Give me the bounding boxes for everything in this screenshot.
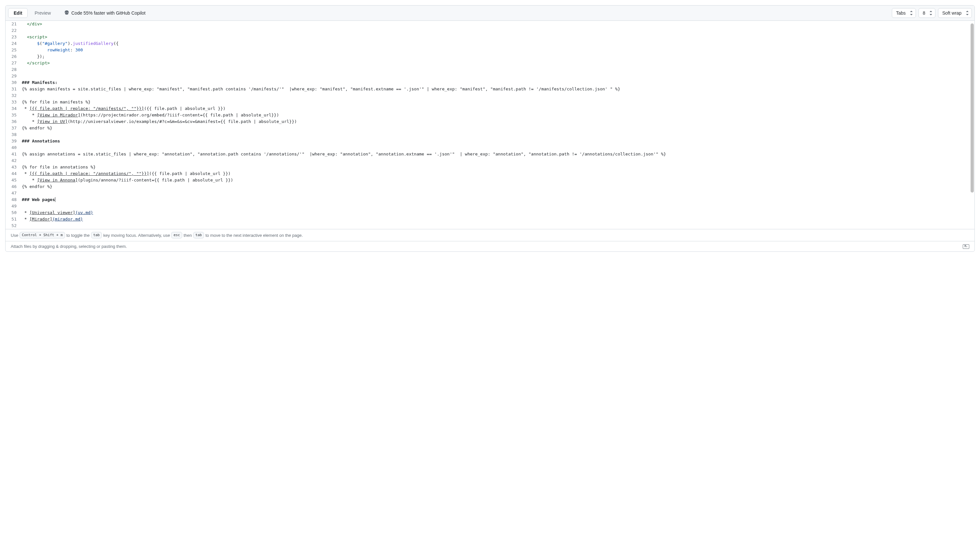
tab-preview[interactable]: Preview	[29, 8, 56, 18]
code-line[interactable]: 36 * [View in UV](http://universalviewer…	[6, 118, 974, 125]
line-number: 32	[6, 92, 22, 99]
code-content[interactable]: * [{{ file.path | replace: "/manifests/"…	[22, 105, 974, 112]
code-line[interactable]: 23 <script>	[6, 34, 974, 40]
file-editor-container: Edit Preview Code 55% faster with GitHub…	[5, 5, 975, 252]
line-number: 26	[6, 53, 22, 60]
help-text: Use	[11, 233, 18, 238]
code-line[interactable]: 51 * [Mirador](mirador.md)	[6, 216, 974, 222]
indent-size-select[interactable]: 8	[918, 8, 935, 18]
code-line[interactable]: 32	[6, 92, 974, 99]
code-line[interactable]: 35 * [View in Mirador](https://projectmi…	[6, 112, 974, 118]
code-line[interactable]: 33{% for file in manifests %}	[6, 99, 974, 105]
code-content[interactable]: * [View in UV](http://universalviewer.io…	[22, 118, 974, 125]
code-line[interactable]: 22	[6, 27, 974, 34]
code-content[interactable]: * [{{ file.path | replace: "/annotations…	[22, 170, 974, 177]
code-line[interactable]: 50 * [Universal viewer](uv.md)	[6, 209, 974, 216]
code-line[interactable]: 49	[6, 203, 974, 209]
line-number: 44	[6, 170, 22, 177]
code-content[interactable]: });	[22, 53, 974, 60]
help-text: to toggle the	[66, 233, 90, 238]
code-line[interactable]: 21 </div>	[6, 21, 974, 27]
kbd-esc: esc	[171, 232, 182, 238]
code-content[interactable]: * [View in Annona](plugins/annona/?iiif-…	[22, 177, 974, 184]
tab-edit[interactable]: Edit	[8, 8, 28, 18]
copilot-hint[interactable]: Code 55% faster with GitHub Copilot	[64, 10, 145, 16]
code-line[interactable]: 31{% assign manifests = site.static_file…	[6, 86, 974, 92]
code-line[interactable]: 39### Annotations	[6, 138, 974, 144]
code-line[interactable]: 34 * [{{ file.path | replace: "/manifest…	[6, 105, 974, 112]
editor-toolbar: Edit Preview Code 55% faster with GitHub…	[6, 6, 974, 21]
code-line[interactable]: 46{% endfor %}	[6, 184, 974, 190]
code-line[interactable]: 40	[6, 144, 974, 151]
code-content[interactable]: </div>	[22, 21, 974, 27]
indent-mode-select-wrap: Tabs	[892, 8, 916, 18]
kbd-tab: tab	[193, 232, 204, 238]
code-content[interactable]: {% endfor %}	[22, 184, 974, 190]
editor-right-controls: Tabs 8 Soft wrap	[892, 8, 972, 18]
code-line[interactable]: 29	[6, 73, 974, 79]
code-content[interactable]: rowHeight: 300	[22, 47, 974, 53]
code-line[interactable]: 27 </script>	[6, 60, 974, 67]
code-line[interactable]: 37{% endfor %}	[6, 125, 974, 132]
line-number: 41	[6, 151, 22, 157]
code-content[interactable]: {% for file in annotations %}	[22, 164, 974, 170]
code-line[interactable]: 43{% for file in annotations %}	[6, 164, 974, 170]
line-number: 48	[6, 197, 22, 203]
vertical-scrollbar[interactable]	[970, 21, 974, 229]
line-number: 21	[6, 21, 22, 27]
code-line[interactable]: 44 * [{{ file.path | replace: "/annotati…	[6, 170, 974, 177]
code-line[interactable]: 30### Manifests:	[6, 79, 974, 86]
line-number: 27	[6, 60, 22, 67]
code-content[interactable]: * [Universal viewer](uv.md)	[22, 209, 974, 216]
line-number: 23	[6, 34, 22, 40]
indent-size-select-wrap: 8	[918, 8, 935, 18]
code-line[interactable]: 28	[6, 67, 974, 73]
code-content[interactable]: * [View in Mirador](https://projectmirad…	[22, 112, 974, 118]
code-content[interactable]: {% endfor %}	[22, 125, 974, 132]
code-content[interactable]: </script>	[22, 60, 974, 67]
line-number: 29	[6, 73, 22, 79]
code-line[interactable]: 42	[6, 157, 974, 164]
line-number: 37	[6, 125, 22, 132]
code-line[interactable]: 41{% assign annotations = site.static_fi…	[6, 151, 974, 157]
wrap-mode-select-wrap: Soft wrap	[938, 8, 972, 18]
line-number: 40	[6, 144, 22, 151]
code-line[interactable]: 38	[6, 132, 974, 138]
line-number: 31	[6, 86, 22, 92]
line-number: 28	[6, 67, 22, 73]
code-content[interactable]: ### Web pages	[22, 197, 974, 203]
line-number: 43	[6, 164, 22, 170]
line-number: 33	[6, 99, 22, 105]
line-number: 34	[6, 105, 22, 112]
code-content[interactable]: {% assign annotations = site.static_file…	[22, 151, 974, 157]
copilot-icon	[64, 10, 69, 16]
code-line[interactable]: 48### Web pages	[6, 197, 974, 203]
line-number: 47	[6, 190, 22, 197]
kbd-shortcut: Control + Shift + m	[19, 232, 65, 238]
copilot-hint-text: Code 55% faster with GitHub Copilot	[71, 10, 145, 16]
code-line[interactable]: 26 });	[6, 53, 974, 60]
code-content[interactable]: $("#gallery").justifiedGallery({	[22, 40, 974, 47]
code-content[interactable]: {% assign manifests = site.static_files …	[22, 86, 974, 92]
code-editor[interactable]: 21 </div>2223 <script>24 $("#gallery").j…	[6, 21, 974, 229]
line-number: 39	[6, 138, 22, 144]
code-content[interactable]: <script>	[22, 34, 974, 40]
code-content[interactable]: {% for file in manifests %}	[22, 99, 974, 105]
line-number: 24	[6, 40, 22, 47]
kbd-tab: tab	[91, 232, 102, 238]
code-line[interactable]: 24 $("#gallery").justifiedGallery({	[6, 40, 974, 47]
code-line[interactable]: 45 * [View in Annona](plugins/annona/?ii…	[6, 177, 974, 184]
code-line[interactable]: 25 rowHeight: 300	[6, 47, 974, 53]
indent-mode-select[interactable]: Tabs	[892, 8, 916, 18]
code-content[interactable]: * [Mirador](mirador.md)	[22, 216, 974, 222]
code-line[interactable]: 52	[6, 222, 974, 229]
line-number: 49	[6, 203, 22, 209]
code-content[interactable]: ### Manifests:	[22, 79, 974, 86]
editor-tab-group: Edit Preview	[8, 8, 56, 18]
line-number: 42	[6, 157, 22, 164]
code-line[interactable]: 47	[6, 190, 974, 197]
code-content[interactable]: ### Annotations	[22, 138, 974, 144]
markdown-icon[interactable]: M↓	[963, 244, 969, 249]
wrap-mode-select[interactable]: Soft wrap	[938, 8, 972, 18]
attach-files-row[interactable]: Attach files by dragging & dropping, sel…	[6, 241, 974, 251]
